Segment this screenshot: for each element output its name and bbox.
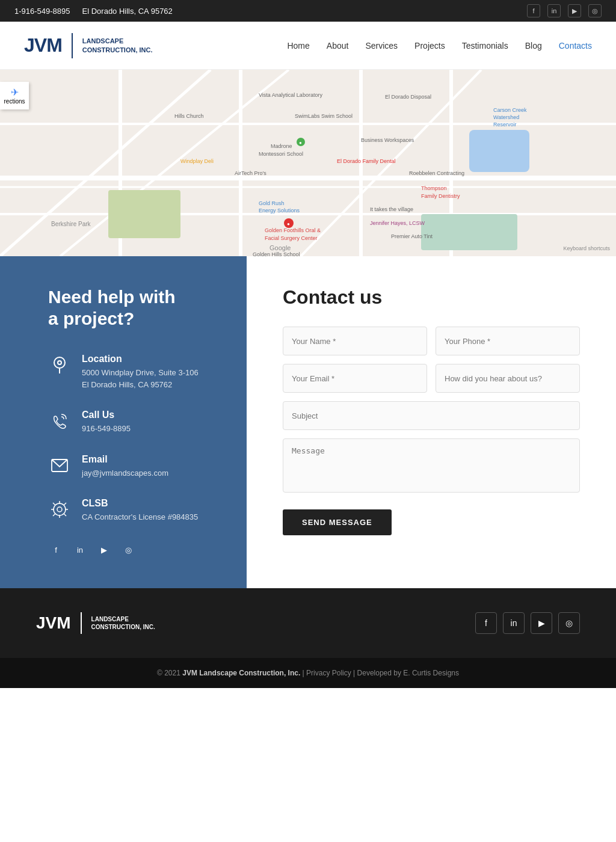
name-input[interactable] [283,327,427,355]
left-linkedin-icon[interactable]: in [72,542,88,558]
footer-logo-text: LANDSCAPE CONSTRUCTION, INC. [91,615,155,631]
svg-text:Carson Creek: Carson Creek [493,107,527,113]
clsb-content: CLSB CA Contractor's License #984835 [82,498,198,523]
svg-text:Windplay Deli: Windplay Deli [180,158,214,164]
contact-phone: Call Us 916-549-8895 [48,410,223,435]
top-youtube-icon[interactable]: ▶ [568,4,581,17]
footer-youtube-icon[interactable]: ▶ [531,612,552,634]
clsb-text: CA Contractor's License #984835 [82,511,198,523]
svg-point-51 [57,507,62,512]
message-textarea[interactable] [283,438,580,493]
logo-text: LANDSCAPE CONSTRUCTION, INC. [82,37,153,54]
navbar: JVM LANDSCAPE CONSTRUCTION, INC. Home Ab… [0,22,616,70]
svg-point-47 [54,357,65,368]
top-instagram-icon[interactable]: ◎ [588,4,602,17]
email-title: Email [82,454,168,465]
svg-text:It takes the village: It takes the village [370,206,413,212]
location-address: 5000 Windplay Drive, Suite 3-106 El Dora… [82,367,199,390]
clsb-icon [48,498,71,521]
svg-text:Premier Auto Tint: Premier Auto Tint [391,233,433,239]
footer-linkedin-icon[interactable]: in [503,612,525,634]
form-row-subject [283,401,580,430]
logo-divider [72,33,73,58]
svg-text:Golden Foothills Oral &: Golden Foothills Oral & [265,227,321,233]
svg-text:Jennifer Hayes, LCSW: Jennifer Hayes, LCSW [370,220,425,226]
email-input[interactable] [283,364,427,393]
phone-icon [48,410,71,432]
svg-text:Thompson: Thompson [421,185,447,191]
svg-line-59 [53,514,55,516]
call-number: 916-549-8895 [82,423,131,435]
hear-input[interactable] [436,364,580,393]
company-name: JVM Landscape Construction, Inc. [182,669,300,677]
svg-point-48 [58,361,61,364]
content-section: Need help with a project? Location 5000 … [0,256,616,588]
contact-location: Location 5000 Windplay Drive, Suite 3-10… [48,354,223,390]
svg-text:SwimLabs Swim School: SwimLabs Swim School [295,113,353,119]
form-row-name-phone [283,327,580,355]
developer-link[interactable]: E. Curtis Designs [403,669,459,677]
footer-bottom: © 2021 JVM Landscape Construction, Inc. … [0,658,616,688]
svg-text:Hills Church: Hills Church [174,113,204,119]
left-youtube-icon[interactable]: ▶ [96,542,112,558]
logo: JVM LANDSCAPE CONSTRUCTION, INC. [24,33,153,58]
svg-line-58 [64,503,66,505]
nav-links: Home About Services Projects Testimonial… [287,40,592,51]
svg-text:Business Workspaces: Business Workspaces [361,137,414,143]
clsb-title: CLSB [82,498,198,509]
left-panel: Need help with a project? Location 5000 … [0,256,247,588]
left-instagram-icon[interactable]: ◎ [120,542,136,558]
nav-blog[interactable]: Blog [525,41,542,51]
svg-rect-12 [108,190,180,238]
svg-text:Berkshire Park: Berkshire Park [51,221,91,227]
google-label: Google [270,244,291,251]
logo-jvm: JVM [24,34,62,57]
nav-testimonials[interactable]: Testimonials [462,41,508,51]
contact-heading: Contact us [283,286,580,309]
svg-text:●: ● [287,221,290,227]
nav-home[interactable]: Home [287,41,309,51]
svg-text:Energy Solutions: Energy Solutions [259,207,300,214]
footer-facebook-icon[interactable]: f [475,612,497,634]
phone-input[interactable] [436,327,580,355]
directions-icon: ✈ [4,87,25,98]
form-row-email-hear [283,364,580,393]
nav-contacts[interactable]: Contacts [559,41,592,51]
footer-logo: JVM LANDSCAPE CONSTRUCTION, INC. [36,612,155,634]
subject-input[interactable] [283,401,580,430]
left-facebook-icon[interactable]: f [48,542,64,558]
nav-about[interactable]: About [327,41,349,51]
svg-line-56 [53,503,55,505]
svg-text:Golden Hills School: Golden Hills School [253,251,300,256]
svg-text:Vista Analytical Laboratory: Vista Analytical Laboratory [259,92,322,98]
left-social-links: f in ▶ ◎ [48,542,223,558]
nav-projects[interactable]: Projects [414,41,445,51]
contact-email: Email jay@jvmlandscapes.com [48,454,223,479]
directions-button[interactable]: ✈ rections [0,82,29,109]
footer-instagram-icon[interactable]: ◎ [558,612,580,634]
call-content: Call Us 916-549-8895 [82,410,131,435]
nav-services[interactable]: Services [365,41,398,51]
email-address: jay@jvmlandscapes.com [82,467,168,479]
extra-space [0,688,616,843]
location-content: Location 5000 Windplay Drive, Suite 3-10… [82,354,199,390]
top-linkedin-icon[interactable]: in [547,4,561,17]
svg-text:El Dorado Disposal: El Dorado Disposal [385,94,431,100]
privacy-link[interactable]: Privacy Policy [306,669,351,677]
top-facebook-icon[interactable]: f [527,4,540,17]
svg-rect-39 [469,130,529,172]
location-title: Location [82,354,199,364]
right-panel: Contact us SEND MESSAGE [247,256,616,588]
footer-logo-divider [81,612,82,634]
svg-text:Madrone: Madrone [271,143,292,149]
svg-text:Reservoir: Reservoir [493,121,517,128]
svg-text:Montessori School: Montessori School [259,151,303,157]
keyboard-shortcuts: Keyboard shortcuts [563,245,610,251]
footer-social: f in ▶ ◎ [475,612,580,634]
contact-clsb: CLSB CA Contractor's License #984835 [48,498,223,523]
send-button[interactable]: SEND MESSAGE [283,509,392,535]
developed-by-label: Developed by [357,669,401,677]
map-container: Berkshire Park Vista Analytical Laborato… [0,70,616,256]
top-phone: 1-916-549-8895 [14,7,70,16]
svg-text:●: ● [299,140,302,146]
